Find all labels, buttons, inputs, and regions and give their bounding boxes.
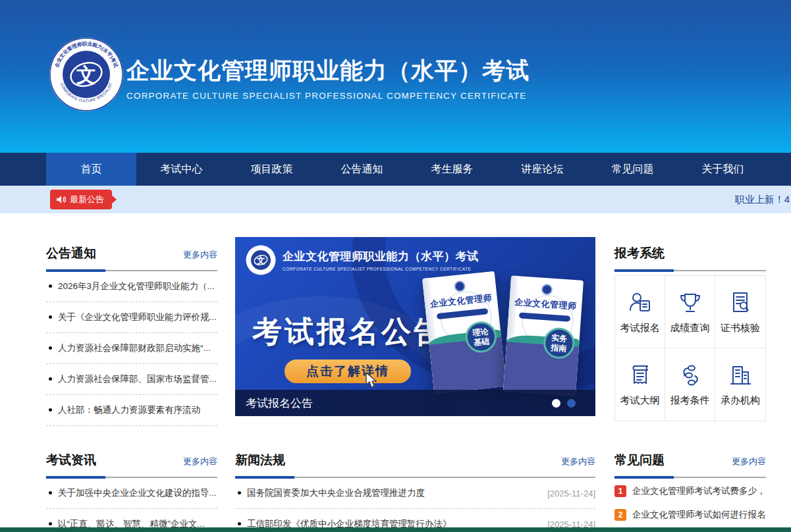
site-header: 文 企业文化管理师职业能力(水平)考试 CORPORATE CULTURE SP… [0,0,791,153]
trophy-icon [677,290,703,316]
user-card-icon [627,290,653,316]
book-cover-practice: 企业文化管理师 实务指南 [503,275,584,396]
faq-item-text: 企业文化管理师考试考试费多少，... [632,485,766,497]
carousel-dot-active[interactable] [552,399,560,408]
bullet-icon [49,346,52,350]
notice-more-link[interactable]: 更多内容 [183,249,217,261]
law-panel-title: 新闻法规 [235,452,285,469]
law-item-date: [2025-11-24] [547,489,595,498]
apply-cell-score-query[interactable]: 成绩查询 [665,276,715,348]
faq-list-item[interactable]: 2 企业文化管理师考试如何进行报名... [614,503,766,527]
news-law-panel: 新闻法规 更多内容 国务院国资委加大中央企业合规管理推进力度 [2025-11-… [235,445,595,532]
bullet-icon [49,315,52,319]
book-bottom: 理论基础 [429,335,506,394]
carousel-dot[interactable] [567,399,576,408]
notice-item-text: 人社部：畅通人力资源要素有序流动 [58,405,200,415]
apply-cell-label: 承办机构 [721,394,760,407]
faq-list-item[interactable]: 1 企业文化管理师考试考试费多少，... [614,479,766,503]
notice-list-item[interactable]: 人力资源社会保障部财政部启动实施“... [46,333,217,364]
book-cover-theory: 企业文化管理师 理论基础 [422,271,506,394]
apply-cell-organizer[interactable]: 承办机构 [715,348,765,421]
notice-item-text: 人力资源社会保障部财政部启动实施“... [58,343,211,353]
nav-item-candidate-service[interactable]: 考生服务 [407,153,497,186]
info-item-text: 关于加强中央企业企业文化建设的指导... [58,488,217,498]
book-title: 企业文化管理师 [509,296,582,313]
book-bottom: 实务指南 [503,340,579,396]
notice-list-item[interactable]: 人力资源社会保障部、国家市场监督管... [46,364,217,395]
latest-announcement-badge[interactable]: 最新公告 [50,190,112,209]
speaker-icon [56,195,66,204]
banner-detail-button[interactable]: 点击了解详情 [285,359,411,383]
announcement-bar: 最新公告 职业上新！4 [0,186,791,213]
main-nav: 首页 考试中心 项目政策 公告通知 考生服务 讲座论坛 常见问题 关于我们 [0,153,791,186]
exam-info-panel: 考试资讯 更多内容 关于加强中央企业企业文化建设的指导... 以“正直、豁达、智… [46,445,217,532]
nav-item-exam-center[interactable]: 考试中心 [136,153,227,186]
notice-item-text: 关于《企业文化管理师职业能力评价规... [58,312,217,322]
nav-item-lecture-forum[interactable]: 讲座论坛 [497,153,587,186]
apply-cell-apply-conditions[interactable]: 报考条件 [665,348,715,421]
faq-rank-badge: 1 [614,485,626,497]
section-divider [614,477,766,478]
banner-logo-icon: 文 [246,245,276,275]
faq-rank-badge: 2 [614,509,626,521]
apply-cell-cert-verify[interactable]: 证书核验 [715,276,765,348]
banner-headline: 考试报名公告 [252,312,446,352]
bullet-icon [49,408,52,412]
info-more-link[interactable]: 更多内容 [183,456,217,467]
notice-list-item[interactable]: 人社部：畅通人力资源要素有序流动 [46,395,217,426]
page: 文 企业文化管理师职业能力(水平)考试 CORPORATE CULTURE SP… [0,0,791,532]
banner-subtitle: CORPORATE CULTURE SPECIALIST PROFESSIONA… [283,267,479,271]
faq-more-link[interactable]: 更多内容 [732,456,766,467]
nav-item-notice[interactable]: 公告通知 [317,153,407,186]
announcement-ticker[interactable]: 职业上新！4 [735,186,790,213]
banner-caption-bar: 考试报名公告 [235,390,595,416]
bullet-icon [49,491,52,494]
banner-caption: 考试报名公告 [246,396,313,411]
building-icon [727,362,753,388]
nav-item-faq[interactable]: 常见问题 [587,153,678,186]
notice-panel: 公告通知 更多内容 2026年3月企业文化管理师职业能力（... 关于《企业文化… [46,238,217,426]
apply-cell-label: 证书核验 [721,322,760,334]
notice-item-text: 2026年3月企业文化管理师职业能力（... [58,281,215,291]
banner-title: 企业文化管理师职业能力（水平）考试 [283,249,479,264]
notice-list-item[interactable]: 2026年3月企业文化管理师职业能力（... [46,271,217,302]
law-more-link[interactable]: 更多内容 [561,456,595,467]
nav-item-about[interactable]: 关于我们 [678,153,768,186]
hero-carousel[interactable]: 文 企业文化管理师职业能力（水平）考试 CORPORATE CULTURE SP… [235,237,595,416]
apply-panel-title: 报考系统 [614,245,665,262]
faq-panel: 常见问题 更多内容 1 企业文化管理师考试考试费多少，... 2 企业文化管理师… [614,445,766,532]
faq-item-text: 企业文化管理师考试如何进行报名... [632,509,766,521]
site-logo-icon: 文 企业文化管理师职业能力(水平)考试 CORPORATE CULTURE SP… [49,37,124,112]
notice-list-item[interactable]: 关于《企业文化管理师职业能力评价规... [46,302,217,333]
notice-item-text: 人力资源社会保障部、国家市场监督管... [58,374,217,384]
apply-cell-label: 报考条件 [670,394,710,407]
faq-panel-title: 常见问题 [614,452,665,469]
law-item-text: 国务院国资委加大中央企业合规管理推进力度 [247,487,539,499]
bullet-icon [238,491,241,494]
bullet-icon [49,522,52,525]
apply-cell-label: 成绩查询 [670,322,710,334]
info-list-item[interactable]: 关于加强中央企业企业文化建设的指导... [46,478,217,509]
footer-edge [0,527,791,532]
latest-announcement-label: 最新公告 [70,194,104,205]
site-title: 企业文化管理师职业能力（水平）考试 [126,55,530,86]
banner-brand: 文 企业文化管理师职业能力（水平）考试 CORPORATE CULTURE SP… [246,245,479,275]
site-subtitle: CORPORATE CULTURE SPECIALIST PROFESSIONA… [126,91,530,101]
site-title-block: 企业文化管理师职业能力（水平）考试 CORPORATE CULTURE SPEC… [126,55,530,101]
apply-grid: 考试报名 成绩查询 证书核验 [614,275,766,421]
nav-item-home[interactable]: 首页 [46,153,136,186]
svg-text:文: 文 [76,64,96,86]
book-logo-icon [541,284,553,296]
apply-cell-label: 考试大纲 [620,394,660,407]
scroll-icon [627,362,653,388]
bullet-icon [49,377,52,381]
law-list-item[interactable]: 国务院国资委加大中央企业合规管理推进力度 [2025-11-24] [235,478,595,509]
apply-cell-exam-outline[interactable]: 考试大纲 [615,348,665,421]
bullet-icon [49,284,52,288]
apply-cell-registration[interactable]: 考试报名 [615,276,665,348]
book-logo-icon [453,280,466,293]
nav-item-policy[interactable]: 项目政策 [227,153,317,186]
cursor-icon [364,372,379,389]
svg-text:文: 文 [256,255,265,265]
flow-icon [677,362,703,388]
